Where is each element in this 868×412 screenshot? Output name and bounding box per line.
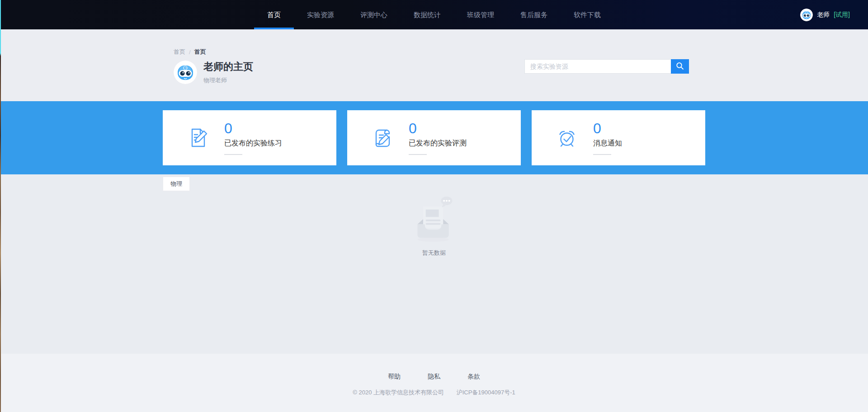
evaluation-scroll-pencil-icon [371, 126, 394, 150]
stat-card-published-exercises[interactable]: 0 已发布的实验练习 [163, 110, 336, 165]
stats-band: 0 已发布的实验练习 0 已发布的实验评测 [0, 101, 868, 174]
subject-tag-physics[interactable]: 物理 [163, 177, 190, 191]
search-input[interactable] [524, 59, 671, 74]
nav-tab-label: 评测中心 [360, 11, 387, 19]
stat-card-published-evaluations[interactable]: 0 已发布的实验评测 [347, 110, 521, 165]
search-icon [676, 62, 684, 71]
nav-tab-class-management[interactable]: 班级管理 [454, 0, 507, 29]
stat-label: 已发布的实验练习 [224, 139, 282, 148]
profile-avatar-robot-icon: VR [174, 61, 197, 84]
footer-link-terms[interactable]: 条款 [467, 373, 480, 381]
page-subtitle: 物理老师 [203, 76, 253, 84]
search-box [524, 59, 689, 74]
footer-links: 帮助 隐私 条款 [0, 354, 868, 381]
footer-link-privacy[interactable]: 隐私 [428, 373, 440, 381]
breadcrumb-current: 首页 [194, 48, 206, 56]
breadcrumb-home[interactable]: 首页 [174, 48, 185, 56]
breadcrumb-separator: / [189, 49, 191, 56]
trial-badge: [试用] [834, 11, 850, 19]
nav-tab-experiment-resources[interactable]: 实验资源 [294, 0, 347, 29]
nav-tabs: 首页 实验资源 评测中心 数据统计 班级管理 售后服务 软件下载 [254, 0, 614, 29]
nav-tab-home[interactable]: 首页 [254, 0, 294, 29]
page-title: 老师的主页 [203, 60, 253, 74]
footer-link-help[interactable]: 帮助 [388, 373, 401, 381]
icp-number: 沪ICP备19004097号-1 [457, 389, 515, 396]
nav-tab-label: 数据统计 [414, 11, 441, 19]
nav-tab-software-download[interactable]: 软件下载 [561, 0, 614, 29]
copyright-line: © 2020 上海歌学信息技术有限公司 沪ICP备19004097号-1 [0, 389, 868, 397]
nav-tab-label: 软件下载 [574, 11, 601, 19]
nav-tab-after-sales[interactable]: 售后服务 [507, 0, 561, 29]
stat-label: 已发布的实验评测 [409, 139, 467, 148]
stat-value: 0 [224, 121, 282, 136]
nav-tab-label: 班级管理 [467, 11, 494, 19]
svg-text:VR: VR [184, 67, 187, 69]
stat-value: 0 [593, 121, 622, 136]
breadcrumb: 首页 / 首页 [163, 29, 705, 56]
search-button[interactable] [671, 59, 689, 74]
nav-tab-evaluation-center[interactable]: 评测中心 [347, 0, 401, 29]
user-name: 老师 [817, 11, 830, 19]
stat-card-notifications[interactable]: 0 消息通知 [532, 110, 705, 165]
copyright-text: © 2020 上海歌学信息技术有限公司 [353, 389, 444, 396]
desktop-edge-sliver [0, 0, 1, 412]
stat-divider [409, 154, 427, 155]
top-nav-bar: 首页 实验资源 评测中心 数据统计 班级管理 售后服务 软件下载 老师 [试用] [0, 0, 868, 29]
main-content: 物理 暂无数据 [0, 174, 868, 354]
nav-tab-data-statistics[interactable]: 数据统计 [401, 0, 454, 29]
page-footer: 帮助 隐私 条款 © 2020 上海歌学信息技术有限公司 沪ICP备190040… [0, 354, 868, 412]
nav-tab-label: 首页 [267, 11, 281, 19]
exercise-document-pencil-icon [186, 126, 210, 150]
user-avatar-robot-icon [800, 9, 813, 21]
empty-state: 暂无数据 [0, 195, 868, 257]
stat-divider [593, 154, 611, 155]
nav-tab-label: 售后服务 [520, 11, 547, 19]
nav-tab-label: 实验资源 [307, 11, 334, 19]
stat-divider [224, 154, 242, 155]
user-menu[interactable]: 老师 [试用] [800, 0, 850, 29]
notification-alarm-clock-icon [555, 126, 579, 150]
stat-label: 消息通知 [593, 139, 622, 148]
empty-state-text: 暂无数据 [0, 249, 868, 257]
stat-value: 0 [409, 121, 467, 136]
page-header: 首页 / 首页 VR 老师的主页 物理老师 [0, 29, 868, 101]
empty-inbox-icon [410, 237, 458, 245]
